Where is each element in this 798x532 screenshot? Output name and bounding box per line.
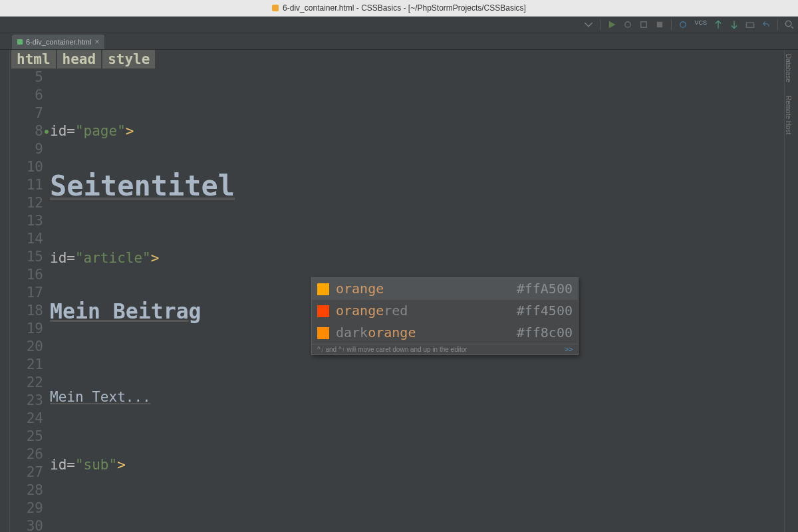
dropdown-icon[interactable]	[584, 20, 593, 29]
separator	[671, 19, 672, 30]
svg-point-0	[625, 22, 630, 27]
file-type-icon	[17, 39, 23, 45]
tool-window-tab[interactable]: Database	[785, 54, 792, 82]
search-icon[interactable]	[785, 20, 794, 29]
tool-window-tab[interactable]: Remote Host	[785, 96, 792, 134]
color-swatch	[317, 327, 329, 339]
close-icon[interactable]: ×	[94, 37, 99, 47]
autocomplete-popup[interactable]: orange #ffA500 orangered #ff4500 darkora…	[311, 277, 579, 355]
right-rail: Database Remote Host	[784, 50, 798, 532]
window-title: 6-div_container.html - CSSBasics - [~/Ph…	[283, 3, 526, 13]
run-icon[interactable]	[607, 20, 616, 29]
code-area[interactable]: 5678●91011121314151617181920212223242526…	[10, 68, 784, 532]
editor-tabs: 6-div_container.html ×	[0, 33, 798, 50]
app-icon	[272, 5, 279, 11]
sync-icon[interactable]	[678, 20, 688, 29]
debug-icon[interactable]	[623, 20, 632, 29]
crumb[interactable]: style	[102, 50, 155, 68]
color-swatch	[317, 305, 329, 317]
vcs-update-icon[interactable]	[714, 20, 723, 29]
editor[interactable]: html head style 5678●9101112131415161718…	[10, 50, 784, 532]
tab-label: 6-div_container.html	[26, 38, 91, 46]
left-gutter	[0, 50, 10, 532]
crumb[interactable]: head	[57, 50, 102, 68]
coverage-icon[interactable]	[639, 20, 648, 29]
svg-rect-3	[746, 23, 753, 27]
color-swatch	[317, 283, 329, 295]
hint-link[interactable]: >>	[565, 346, 573, 353]
line-numbers: 5678●91011121314151617181920212223242526…	[10, 68, 50, 532]
svg-rect-2	[657, 22, 662, 27]
autocomplete-hint: ^↓ and ^↑ will move caret down and up in…	[312, 344, 578, 354]
vcs-label: VCS	[694, 19, 707, 26]
crumb[interactable]: html	[11, 50, 56, 68]
autocomplete-item[interactable]: orange #ffA500	[312, 278, 578, 300]
breadcrumb: html head style	[10, 50, 784, 68]
separator	[600, 19, 600, 30]
autocomplete-item[interactable]: orangered #ff4500	[312, 300, 578, 322]
file-tab[interactable]: 6-div_container.html ×	[12, 35, 104, 49]
svg-rect-1	[641, 22, 646, 27]
stop-icon[interactable]	[655, 20, 664, 29]
main-toolbar: VCS	[0, 17, 798, 33]
undo-icon[interactable]	[761, 20, 771, 29]
vcs-commit-icon[interactable]	[730, 20, 739, 29]
autocomplete-item[interactable]: darkorange #ff8c00	[312, 322, 578, 344]
vcs-history-icon[interactable]	[745, 20, 755, 29]
separator	[777, 19, 778, 30]
svg-point-4	[785, 21, 791, 26]
window-titlebar: 6-div_container.html - CSSBasics - [~/Ph…	[0, 0, 798, 17]
